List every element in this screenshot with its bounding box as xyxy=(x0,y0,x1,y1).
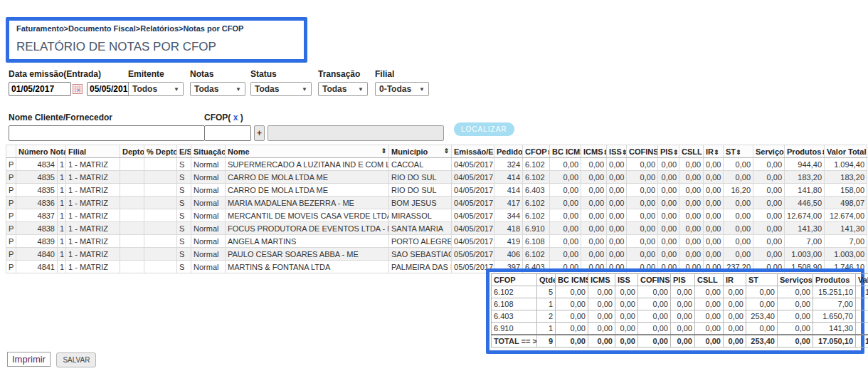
page-title: RELATÓRIO DE NOTAS POR CFOP xyxy=(16,40,297,54)
chevron-down-icon: ▼ xyxy=(419,86,425,93)
table-cell: 183,20 xyxy=(785,171,825,184)
table-cell: 12.674,00 xyxy=(785,209,825,222)
table-cell: RIO DO SUL xyxy=(389,171,452,184)
client-field: Nome Cliente/Fornecedor xyxy=(9,113,205,141)
table-cell: 0,00 xyxy=(724,209,753,222)
summary-cell: 0,00 xyxy=(588,310,615,323)
sort-icon[interactable]: ⇕ xyxy=(603,149,607,156)
sort-icon[interactable]: ⇕ xyxy=(673,149,679,156)
table-row[interactable]: P484011 - MATRIZSNormalPAULO CESAR SOARE… xyxy=(6,248,867,261)
table-cell xyxy=(144,184,177,197)
summary-cell: 0,00 xyxy=(695,286,724,298)
emitente-select[interactable]: Todos ▼ xyxy=(128,82,184,96)
table-row[interactable]: P483811 - MATRIZSNormalFOCUS PRODUTORA D… xyxy=(6,222,867,235)
table-row[interactable]: P483511 - MATRIZSNormalCARRO DE MOLA LTD… xyxy=(6,184,867,197)
column-header[interactable]: IR⇕ xyxy=(704,145,724,158)
table-cell: S xyxy=(177,261,191,273)
table-cell: 446,50 xyxy=(785,197,825,209)
column-header[interactable]: CFOP⇕ xyxy=(523,145,550,158)
status-select[interactable]: Todas ▼ xyxy=(250,82,312,96)
column-header-label: ST xyxy=(726,147,736,156)
add-cfop-button[interactable]: + xyxy=(254,125,265,141)
table-cell: 0,00 xyxy=(550,184,581,197)
table-cell: 0,00 xyxy=(679,248,704,261)
column-header[interactable]: Situação⇕ xyxy=(191,145,226,158)
column-header[interactable]: Pedido⇕ xyxy=(494,145,523,158)
column-header[interactable]: PIS⇕ xyxy=(658,145,679,158)
table-cell: Normal xyxy=(191,171,226,184)
table-cell xyxy=(144,222,177,235)
column-header[interactable]: Valor Total⇕ xyxy=(825,145,867,158)
sort-icon[interactable]: ⇕ xyxy=(821,149,824,156)
table-cell: 0,00 xyxy=(581,197,607,209)
date-from-input[interactable] xyxy=(9,82,71,96)
sort-icon[interactable]: ⇕ xyxy=(736,149,741,156)
column-header[interactable]: Emissão/Entrada⇕ xyxy=(452,145,494,158)
sort-icon[interactable]: ⇕ xyxy=(714,149,719,156)
table-cell: 0,00 xyxy=(550,171,581,184)
transacao-field: Transação Todas ▼ xyxy=(318,69,368,96)
column-header[interactable]: Nome⇕ xyxy=(226,145,389,158)
column-header[interactable]: COFINS⇕ xyxy=(627,145,658,158)
table-cell: 4837 xyxy=(16,209,58,222)
table-cell: Normal xyxy=(191,209,226,222)
sort-icon[interactable]: ⇕ xyxy=(547,149,550,156)
table-cell: 0,00 xyxy=(627,248,658,261)
table-cell: S xyxy=(177,171,191,184)
column-header-label: ICMS xyxy=(583,147,603,156)
table-cell: 1 - MATRIZ xyxy=(66,235,120,248)
notas-select[interactable]: Todas ▼ xyxy=(190,82,245,96)
chevron-down-icon: ▼ xyxy=(235,86,241,93)
summary-cell: 0,00 xyxy=(638,298,671,310)
table-row[interactable]: P483911 - MATRIZSNormalANGELA MARTINSPOR… xyxy=(6,235,867,248)
summary-cell: 0,00 xyxy=(778,298,813,310)
imprimir-button[interactable]: Imprimir xyxy=(7,352,51,367)
table-cell: 1 - MATRIZ xyxy=(66,171,120,184)
table-cell: 0,00 xyxy=(704,171,724,184)
sort-icon[interactable]: ⇕ xyxy=(443,147,449,155)
column-header[interactable]: E/S⇕ xyxy=(177,145,191,158)
transacao-select[interactable]: Todas ▼ xyxy=(318,82,368,96)
column-header[interactable]: BC ICMS⇕ xyxy=(550,145,581,158)
table-row[interactable]: P483511 - MATRIZSNormalCARRO DE MOLA LTD… xyxy=(6,171,867,184)
table-cell: 1 xyxy=(58,197,66,209)
sort-icon[interactable]: ⇕ xyxy=(622,149,627,156)
cfop-input[interactable] xyxy=(204,125,251,141)
table-cell: 04/05/2017 xyxy=(452,209,494,222)
column-header[interactable]: ISS⇕ xyxy=(607,145,627,158)
column-header[interactable]: CSLL⇕ xyxy=(679,145,704,158)
table-cell: 419 xyxy=(494,235,523,248)
column-header[interactable]: Número Nota⇕ xyxy=(16,145,66,158)
summary-total-row: TOTAL == >90,000,000,000,000,000,000,002… xyxy=(492,335,868,348)
summary-cell: 0,00 xyxy=(556,298,588,310)
sort-icon[interactable]: ⇕ xyxy=(866,149,867,156)
table-row[interactable]: P483411 - MATRIZSNormalSUPERMERCADO A LU… xyxy=(6,158,867,171)
column-header[interactable]: ICMS⇕ xyxy=(581,145,607,158)
table-cell: 6.108 xyxy=(523,235,550,248)
table-cell xyxy=(120,158,144,171)
column-header: Filial xyxy=(66,145,120,158)
table-cell xyxy=(144,197,177,209)
table-cell: 414 xyxy=(494,184,523,197)
table-row[interactable]: P483611 - MATRIZSNormalMARIA MADALENA BE… xyxy=(6,197,867,209)
column-header[interactable]: ST⇕ xyxy=(724,145,753,158)
summary-cell: 0,00 xyxy=(556,310,588,323)
client-input[interactable] xyxy=(9,125,205,141)
summary-cell: 0,00 xyxy=(746,323,778,335)
summary-cell: 6.403 xyxy=(492,310,537,323)
table-row[interactable]: P483711 - MATRIZSNormalMERCANTIL DE MOVE… xyxy=(6,209,867,222)
sort-icon[interactable]: ⇕ xyxy=(381,147,386,155)
calendar-icon[interactable] xyxy=(73,84,83,94)
table-cell: 04/05/2017 xyxy=(452,158,494,171)
salvar-button[interactable]: SALVAR xyxy=(56,352,96,367)
column-header[interactable]: Serviços⇕ xyxy=(753,145,785,158)
column-header[interactable]: Produtos⇕ xyxy=(785,145,825,158)
cfop-clear-link[interactable]: x xyxy=(233,113,238,122)
column-header[interactable]: Município⇕ xyxy=(389,145,452,158)
table-cell: 4836 xyxy=(16,197,58,209)
table-cell xyxy=(120,222,144,235)
filial-select[interactable]: 0-Todas ▼ xyxy=(375,82,429,96)
table-cell: 0,00 xyxy=(753,235,785,248)
summary-cell: 17.050,10 xyxy=(813,335,856,348)
localizar-button[interactable]: LOCALIZAR xyxy=(454,122,514,136)
